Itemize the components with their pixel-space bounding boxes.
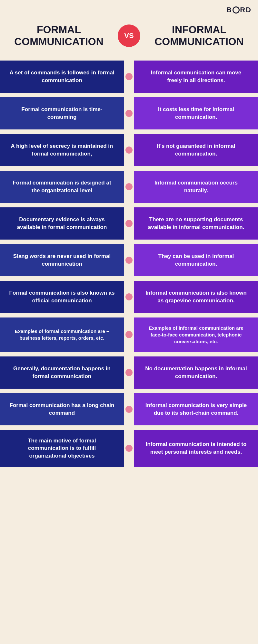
dot-divider xyxy=(124,317,134,352)
dot-divider xyxy=(124,97,134,129)
cell-left: A set of commands is followed in formal … xyxy=(0,61,124,93)
logo-text: RD xyxy=(240,6,252,14)
informal-title: INFORMAL COMMUNICATION xyxy=(147,24,252,48)
logo: BRD xyxy=(226,6,252,14)
dot-divider xyxy=(124,430,134,467)
dot-divider xyxy=(124,207,134,240)
cell-left: Formal communication is designed at the … xyxy=(0,171,124,203)
cell-right: Informal communication can move freely i… xyxy=(134,61,258,93)
cell-left: A high level of secrecy is maintained in… xyxy=(0,134,124,166)
comparison-row: The main motive of formal communication … xyxy=(0,430,258,467)
comparison-row: Generally, documentation happens in form… xyxy=(0,356,258,389)
dot-divider xyxy=(124,171,134,203)
dot-icon xyxy=(125,257,133,264)
header: BRD xyxy=(0,0,258,14)
cell-right: Examples of informal communication are f… xyxy=(134,317,258,352)
cell-right: It's not guaranteed in informal communic… xyxy=(134,134,258,166)
cell-left: Slang words are never used in formal com… xyxy=(0,244,124,276)
comparison-row: A high level of secrecy is maintained in… xyxy=(0,134,258,166)
cell-left: Formal communication has a long chain co… xyxy=(0,393,124,425)
dot-icon xyxy=(125,331,133,338)
cell-right: Informal communication is also known as … xyxy=(134,281,258,313)
comparison-row: Formal communication is designed at the … xyxy=(0,171,258,203)
cell-left: Documentary evidence is always available… xyxy=(0,207,124,240)
cell-right: Informal communication occurs naturally. xyxy=(134,171,258,203)
comparison-row: A set of commands is followed in formal … xyxy=(0,61,258,93)
cell-right: Informal communication is very simple du… xyxy=(134,393,258,425)
formal-title: FORMAL COMMUNICATION xyxy=(6,24,111,48)
cell-right: Informal communication is intended to me… xyxy=(134,430,258,467)
comparison-row: Formal communication is time-consuming I… xyxy=(0,97,258,129)
dot-icon xyxy=(125,183,133,190)
right-title-block: INFORMAL COMMUNICATION xyxy=(140,21,258,51)
dot-icon xyxy=(125,220,133,227)
cell-right: No documentation happens in informal com… xyxy=(134,356,258,389)
dot-icon xyxy=(125,110,133,117)
dot-divider xyxy=(124,244,134,276)
dot-divider xyxy=(124,281,134,313)
cell-right: It costs less time for Informal communic… xyxy=(134,97,258,129)
dot-divider xyxy=(124,134,134,166)
left-title-block: FORMAL COMMUNICATION xyxy=(0,21,118,51)
comparison-row: Formal communication has a long chain co… xyxy=(0,393,258,425)
cell-left: The main motive of formal communication … xyxy=(0,430,124,467)
cell-left: Formal communication is also known as of… xyxy=(0,281,124,313)
dot-icon xyxy=(125,369,133,376)
cell-left: Examples of formal communication are – b… xyxy=(0,317,124,352)
dot-divider xyxy=(124,356,134,389)
dot-divider xyxy=(124,61,134,93)
comparison-row: Formal communication is also known as of… xyxy=(0,281,258,313)
cell-left: Formal communication is time-consuming xyxy=(0,97,124,129)
dot-icon xyxy=(125,445,133,452)
page-container: BRD FORMAL COMMUNICATION VS INFORMAL COM… xyxy=(0,0,258,477)
comparison-row: Examples of formal communication are – b… xyxy=(0,317,258,352)
vs-circle: VS xyxy=(118,24,140,47)
cell-right: There are no supporting documents availa… xyxy=(134,207,258,240)
vs-text: VS xyxy=(124,32,134,40)
dot-icon xyxy=(125,293,133,300)
cell-left: Generally, documentation happens in form… xyxy=(0,356,124,389)
dot-icon xyxy=(125,147,133,154)
cell-right: They can be used in informal communicati… xyxy=(134,244,258,276)
dot-icon xyxy=(125,406,133,413)
title-section: FORMAL COMMUNICATION VS INFORMAL COMMUNI… xyxy=(0,14,258,61)
dot-icon xyxy=(125,73,133,80)
dot-divider xyxy=(124,393,134,425)
comparison-row: Documentary evidence is always available… xyxy=(0,207,258,240)
comparison-row: Slang words are never used in formal com… xyxy=(0,244,258,276)
rows-wrapper: A set of commands is followed in formal … xyxy=(0,61,258,477)
logo-o xyxy=(233,6,240,14)
